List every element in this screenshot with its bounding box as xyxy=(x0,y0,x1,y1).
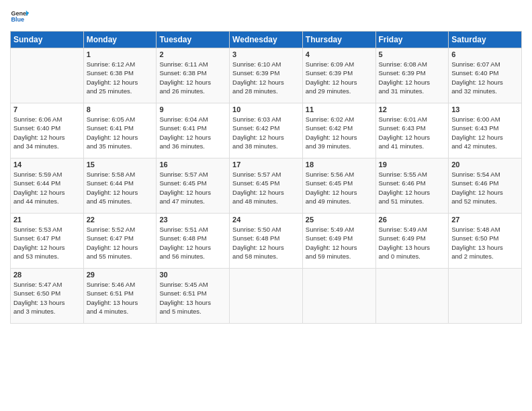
calendar-cell: 1Sunrise: 6:12 AM Sunset: 6:38 PM Daylig… xyxy=(83,48,157,103)
day-number: 7 xyxy=(13,105,81,113)
cell-info: Sunrise: 6:06 AM Sunset: 6:40 PM Dayligh… xyxy=(13,115,81,150)
cell-info: Sunrise: 5:59 AM Sunset: 6:44 PM Dayligh… xyxy=(13,170,81,205)
cell-info: Sunrise: 5:51 AM Sunset: 6:48 PM Dayligh… xyxy=(159,225,226,261)
calendar-cell: 10Sunrise: 6:03 AM Sunset: 6:42 PM Dayli… xyxy=(230,103,303,158)
day-number: 28 xyxy=(13,271,81,279)
cell-info: Sunrise: 6:11 AM Sunset: 6:38 PM Dayligh… xyxy=(159,60,226,95)
cell-info: Sunrise: 5:56 AM Sunset: 6:45 PM Dayligh… xyxy=(306,170,373,205)
cell-info: Sunrise: 6:04 AM Sunset: 6:41 PM Dayligh… xyxy=(159,115,226,150)
day-number: 25 xyxy=(306,216,373,224)
cell-info: Sunrise: 6:10 AM Sunset: 6:39 PM Dayligh… xyxy=(232,60,300,95)
calendar-cell: 21Sunrise: 5:53 AM Sunset: 6:47 PM Dayli… xyxy=(11,214,84,269)
col-header-thursday: Thursday xyxy=(302,32,375,48)
calendar-cell: 14Sunrise: 5:59 AM Sunset: 6:44 PM Dayli… xyxy=(11,158,84,214)
day-number: 17 xyxy=(232,161,300,169)
calendar-cell xyxy=(11,48,84,103)
day-number: 21 xyxy=(13,216,81,224)
calendar-cell xyxy=(302,269,375,324)
calendar-cell: 15Sunrise: 5:58 AM Sunset: 6:44 PM Dayli… xyxy=(83,158,157,214)
calendar-cell: 16Sunrise: 5:57 AM Sunset: 6:45 PM Dayli… xyxy=(157,158,230,214)
cell-info: Sunrise: 5:47 AM Sunset: 6:50 PM Dayligh… xyxy=(13,280,81,316)
cell-info: Sunrise: 6:12 AM Sunset: 6:38 PM Dayligh… xyxy=(87,60,154,95)
day-number: 13 xyxy=(451,105,519,113)
cell-info: Sunrise: 6:03 AM Sunset: 6:42 PM Dayligh… xyxy=(232,115,300,150)
cell-info: Sunrise: 6:02 AM Sunset: 6:42 PM Dayligh… xyxy=(306,115,373,150)
calendar-cell: 9Sunrise: 6:04 AM Sunset: 6:41 PM Daylig… xyxy=(157,103,230,158)
cell-info: Sunrise: 5:50 AM Sunset: 6:48 PM Dayligh… xyxy=(232,225,300,261)
day-number: 10 xyxy=(232,105,300,113)
calendar-cell: 2Sunrise: 6:11 AM Sunset: 6:38 PM Daylig… xyxy=(157,48,230,103)
main-container: General Blue SundayMondayTuesdayWednesda… xyxy=(0,0,532,411)
day-number: 2 xyxy=(159,50,226,58)
cell-info: Sunrise: 5:54 AM Sunset: 6:46 PM Dayligh… xyxy=(451,170,519,205)
day-number: 29 xyxy=(87,271,154,279)
cell-info: Sunrise: 6:00 AM Sunset: 6:43 PM Dayligh… xyxy=(451,115,519,150)
day-number: 15 xyxy=(87,161,154,169)
day-number: 3 xyxy=(232,50,300,58)
header-row: SundayMondayTuesdayWednesdayThursdayFrid… xyxy=(11,32,522,48)
day-number: 22 xyxy=(87,216,154,224)
calendar-cell: 17Sunrise: 5:57 AM Sunset: 6:45 PM Dayli… xyxy=(230,158,303,214)
cell-info: Sunrise: 5:49 AM Sunset: 6:49 PM Dayligh… xyxy=(379,225,446,261)
col-header-monday: Monday xyxy=(83,32,157,48)
calendar-cell: 11Sunrise: 6:02 AM Sunset: 6:42 PM Dayli… xyxy=(302,103,375,158)
day-number: 16 xyxy=(159,161,226,169)
calendar-cell xyxy=(230,269,303,324)
cell-info: Sunrise: 6:09 AM Sunset: 6:39 PM Dayligh… xyxy=(306,60,373,95)
day-number: 6 xyxy=(451,50,519,58)
calendar-cell: 30Sunrise: 5:45 AM Sunset: 6:51 PM Dayli… xyxy=(157,269,230,324)
calendar-cell: 27Sunrise: 5:48 AM Sunset: 6:50 PM Dayli… xyxy=(449,214,522,269)
col-header-saturday: Saturday xyxy=(449,32,522,48)
header: General Blue xyxy=(10,7,522,26)
day-number: 8 xyxy=(87,105,154,113)
calendar-cell: 3Sunrise: 6:10 AM Sunset: 6:39 PM Daylig… xyxy=(230,48,303,103)
calendar-cell xyxy=(375,269,449,324)
calendar-cell: 23Sunrise: 5:51 AM Sunset: 6:48 PM Dayli… xyxy=(157,214,230,269)
logo: General Blue xyxy=(10,7,29,26)
calendar-cell: 6Sunrise: 6:07 AM Sunset: 6:40 PM Daylig… xyxy=(449,48,522,103)
calendar-cell: 18Sunrise: 5:56 AM Sunset: 6:45 PM Dayli… xyxy=(302,158,375,214)
calendar-cell: 12Sunrise: 6:01 AM Sunset: 6:43 PM Dayli… xyxy=(375,103,449,158)
calendar-cell: 7Sunrise: 6:06 AM Sunset: 6:40 PM Daylig… xyxy=(11,103,84,158)
day-number: 24 xyxy=(232,216,300,224)
svg-text:Blue: Blue xyxy=(11,16,24,23)
day-number: 1 xyxy=(87,50,154,58)
calendar-cell: 26Sunrise: 5:49 AM Sunset: 6:49 PM Dayli… xyxy=(375,214,449,269)
cell-info: Sunrise: 5:49 AM Sunset: 6:49 PM Dayligh… xyxy=(306,225,373,261)
cell-info: Sunrise: 6:05 AM Sunset: 6:41 PM Dayligh… xyxy=(87,115,154,150)
day-number: 9 xyxy=(159,105,226,113)
calendar-cell: 19Sunrise: 5:55 AM Sunset: 6:46 PM Dayli… xyxy=(375,158,449,214)
col-header-friday: Friday xyxy=(375,32,449,48)
calendar-row: 7Sunrise: 6:06 AM Sunset: 6:40 PM Daylig… xyxy=(11,103,522,158)
day-number: 23 xyxy=(159,216,226,224)
day-number: 5 xyxy=(379,50,446,58)
calendar-cell: 5Sunrise: 6:08 AM Sunset: 6:39 PM Daylig… xyxy=(375,48,449,103)
calendar-cell: 20Sunrise: 5:54 AM Sunset: 6:46 PM Dayli… xyxy=(449,158,522,214)
calendar-cell: 8Sunrise: 6:05 AM Sunset: 6:41 PM Daylig… xyxy=(83,103,157,158)
calendar-cell xyxy=(449,269,522,324)
calendar-cell: 13Sunrise: 6:00 AM Sunset: 6:43 PM Dayli… xyxy=(449,103,522,158)
calendar-cell: 25Sunrise: 5:49 AM Sunset: 6:49 PM Dayli… xyxy=(302,214,375,269)
cell-info: Sunrise: 6:08 AM Sunset: 6:39 PM Dayligh… xyxy=(379,60,446,95)
day-number: 4 xyxy=(306,50,373,58)
cell-info: Sunrise: 5:57 AM Sunset: 6:45 PM Dayligh… xyxy=(159,170,226,205)
calendar-cell: 4Sunrise: 6:09 AM Sunset: 6:39 PM Daylig… xyxy=(302,48,375,103)
cell-info: Sunrise: 5:55 AM Sunset: 6:46 PM Dayligh… xyxy=(379,170,446,205)
calendar-cell: 24Sunrise: 5:50 AM Sunset: 6:48 PM Dayli… xyxy=(230,214,303,269)
cell-info: Sunrise: 5:46 AM Sunset: 6:51 PM Dayligh… xyxy=(87,280,154,316)
calendar-row: 14Sunrise: 5:59 AM Sunset: 6:44 PM Dayli… xyxy=(11,158,522,214)
day-number: 14 xyxy=(13,161,81,169)
col-header-tuesday: Tuesday xyxy=(157,32,230,48)
calendar-cell: 28Sunrise: 5:47 AM Sunset: 6:50 PM Dayli… xyxy=(11,269,84,324)
day-number: 20 xyxy=(451,161,519,169)
day-number: 27 xyxy=(451,216,519,224)
cell-info: Sunrise: 5:58 AM Sunset: 6:44 PM Dayligh… xyxy=(87,170,154,205)
calendar-table: SundayMondayTuesdayWednesdayThursdayFrid… xyxy=(10,31,522,324)
cell-info: Sunrise: 5:57 AM Sunset: 6:45 PM Dayligh… xyxy=(232,170,300,205)
day-number: 18 xyxy=(306,161,373,169)
logo-icon: General Blue xyxy=(10,7,29,26)
calendar-cell: 29Sunrise: 5:46 AM Sunset: 6:51 PM Dayli… xyxy=(83,269,157,324)
cell-info: Sunrise: 5:48 AM Sunset: 6:50 PM Dayligh… xyxy=(451,225,519,261)
day-number: 11 xyxy=(306,105,373,113)
col-header-wednesday: Wednesday xyxy=(230,32,303,48)
